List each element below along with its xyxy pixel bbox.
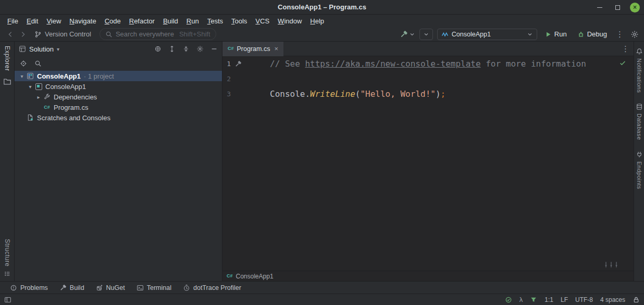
lock-icon[interactable] bbox=[633, 296, 640, 303]
menu-window[interactable]: Window bbox=[274, 16, 306, 26]
locate-icon[interactable] bbox=[154, 45, 162, 53]
menu-tests[interactable]: Tests bbox=[203, 16, 227, 26]
window-controls: × bbox=[595, 0, 640, 15]
menu-vcs[interactable]: VCS bbox=[251, 16, 274, 26]
close-tab-icon[interactable]: × bbox=[274, 45, 278, 53]
tool-button-label: Terminal bbox=[147, 284, 171, 291]
paren: ( bbox=[355, 89, 361, 99]
arrow-left-icon bbox=[7, 31, 14, 38]
tree-item-solution[interactable]: ▾ ConsoleApp1 · 1 project bbox=[15, 71, 222, 81]
folder-icon[interactable] bbox=[3, 78, 11, 86]
run-widget-dropdown[interactable] bbox=[419, 29, 433, 40]
tab-options-button[interactable]: ⋮ bbox=[622, 44, 629, 54]
menu-help[interactable]: Help bbox=[306, 16, 328, 26]
funnel-icon[interactable] bbox=[530, 296, 537, 303]
hammer-icon bbox=[59, 284, 67, 291]
chevron-right-icon[interactable]: ▸ bbox=[34, 94, 43, 100]
menu-navigate[interactable]: Navigate bbox=[65, 16, 100, 26]
run-button[interactable]: Run bbox=[541, 29, 570, 39]
main-toolbar: Version Control Search everywhere Shift+… bbox=[0, 27, 644, 42]
search-icon[interactable] bbox=[34, 60, 42, 67]
tree-item-label: Scratches and Consoles bbox=[37, 114, 110, 122]
comment-link[interactable]: https://aka.ms/new-console-template bbox=[305, 59, 480, 69]
file-encoding[interactable]: UTF-8 bbox=[575, 296, 593, 303]
tool-stripe-database[interactable]: Database bbox=[636, 103, 643, 140]
tool-button-build[interactable]: Build bbox=[55, 283, 89, 293]
menu-file[interactable]: File bbox=[3, 16, 22, 26]
bottom-tool-bar: Problems Build NuGet Terminal dotTrace P… bbox=[0, 281, 644, 294]
inspection-check-icon[interactable] bbox=[619, 59, 626, 67]
close-button[interactable]: × bbox=[630, 3, 640, 12]
panel-layout-icon bbox=[4, 296, 11, 303]
editor-content[interactable]: 1 // See https://aka.ms/new-console-temp… bbox=[222, 56, 634, 271]
scratch-file-icon bbox=[26, 113, 34, 122]
debug-label: Debug bbox=[587, 30, 607, 38]
minimize-button[interactable] bbox=[595, 2, 605, 12]
tab-program-cs[interactable]: C# Program.cs × bbox=[222, 42, 283, 56]
collapse-all-icon[interactable] bbox=[182, 45, 190, 53]
build-button[interactable] bbox=[400, 30, 415, 39]
version-control-widget[interactable]: Version Control bbox=[34, 30, 91, 38]
forward-button[interactable] bbox=[17, 28, 29, 41]
search-everywhere[interactable]: Search everywhere Shift+Shift bbox=[100, 28, 216, 40]
arrow-right-icon bbox=[19, 31, 27, 38]
list-icon[interactable] bbox=[4, 271, 10, 277]
chevron-down-icon[interactable] bbox=[409, 31, 415, 37]
stripe-label: Notifications bbox=[636, 58, 642, 93]
menu-tools[interactable]: Tools bbox=[227, 16, 251, 26]
tree-item-scratches[interactable]: Scratches and Consoles bbox=[15, 112, 222, 123]
view-selector[interactable]: Solution ▾ bbox=[19, 45, 59, 53]
run-configuration-selector[interactable]: ConsoleApp1 bbox=[437, 29, 537, 40]
search-placeholder: Search everywhere bbox=[116, 30, 174, 38]
tool-stripe-notifications[interactable]: Notifications bbox=[636, 48, 643, 93]
menu-run[interactable]: Run bbox=[182, 16, 203, 26]
database-icon bbox=[636, 103, 643, 110]
solution-icon bbox=[26, 72, 34, 80]
right-tool-stripe: Notifications Database Endpoints bbox=[634, 42, 644, 281]
tool-button-nuget[interactable]: NuGet bbox=[91, 283, 130, 293]
gear-icon[interactable] bbox=[196, 45, 204, 53]
menu-edit[interactable]: Edit bbox=[22, 16, 42, 26]
tool-stripe-structure[interactable]: Structure bbox=[4, 239, 11, 266]
menu-view[interactable]: View bbox=[42, 16, 65, 26]
tool-stripe-endpoints[interactable]: Endpoints bbox=[636, 151, 643, 189]
run-config-label: ConsoleApp1 bbox=[452, 31, 524, 38]
layout-button[interactable] bbox=[4, 296, 11, 303]
caret-position[interactable]: 1:1 bbox=[544, 296, 553, 303]
debug-button[interactable]: Debug bbox=[574, 29, 610, 39]
maximize-button[interactable] bbox=[612, 2, 623, 12]
tool-button-dottrace[interactable]: dotTrace Profiler bbox=[178, 283, 246, 293]
chevron-down-icon bbox=[527, 31, 533, 37]
more-actions-button[interactable]: ⋮ bbox=[614, 30, 625, 39]
hammer-icon[interactable] bbox=[234, 60, 242, 68]
tool-button-problems[interactable]: Problems bbox=[5, 283, 53, 293]
menu-build[interactable]: Build bbox=[159, 16, 182, 26]
expand-all-icon[interactable] bbox=[168, 45, 176, 53]
explorer-header: Solution ▾ bbox=[15, 42, 222, 56]
csharp-file-icon: C# bbox=[228, 46, 234, 51]
chevron-down-icon[interactable]: ▾ bbox=[26, 84, 34, 90]
wrench-icon bbox=[43, 93, 51, 101]
line-separator[interactable]: LF bbox=[561, 296, 568, 303]
hide-panel-icon[interactable] bbox=[210, 45, 218, 53]
tool-button-label: Problems bbox=[20, 284, 48, 291]
menu-code[interactable]: Code bbox=[101, 16, 125, 26]
code-text: // See https://aka.ms/new-console-templa… bbox=[270, 56, 586, 71]
inspections-ok-icon[interactable] bbox=[505, 296, 512, 303]
menu-refactor[interactable]: Refactor bbox=[125, 16, 159, 26]
chevron-down-icon: ▾ bbox=[57, 46, 59, 52]
select-opened-file-icon[interactable] bbox=[20, 60, 27, 67]
tree-item-project[interactable]: ▾ ConsoleApp1 bbox=[15, 81, 222, 92]
tool-stripe-explorer[interactable]: Explorer bbox=[4, 46, 11, 71]
tree-item-program-cs[interactable]: C# Program.cs bbox=[15, 102, 222, 112]
back-button[interactable] bbox=[4, 28, 17, 41]
tool-button-terminal[interactable]: Terminal bbox=[132, 283, 176, 293]
indent-style[interactable]: 4 spaces bbox=[600, 296, 625, 303]
project-tree: ▾ ConsoleApp1 · 1 project ▾ ConsoleApp1 … bbox=[15, 71, 222, 281]
method-name: WriteLine bbox=[310, 89, 355, 99]
chevron-down-icon[interactable]: ▾ bbox=[18, 73, 26, 79]
tree-item-dependencies[interactable]: ▸ Dependencies bbox=[15, 92, 222, 102]
settings-button[interactable] bbox=[629, 30, 640, 39]
lambda-icon[interactable]: λ bbox=[519, 296, 523, 303]
breadcrumb-item[interactable]: ConsoleApp1 bbox=[236, 273, 274, 280]
